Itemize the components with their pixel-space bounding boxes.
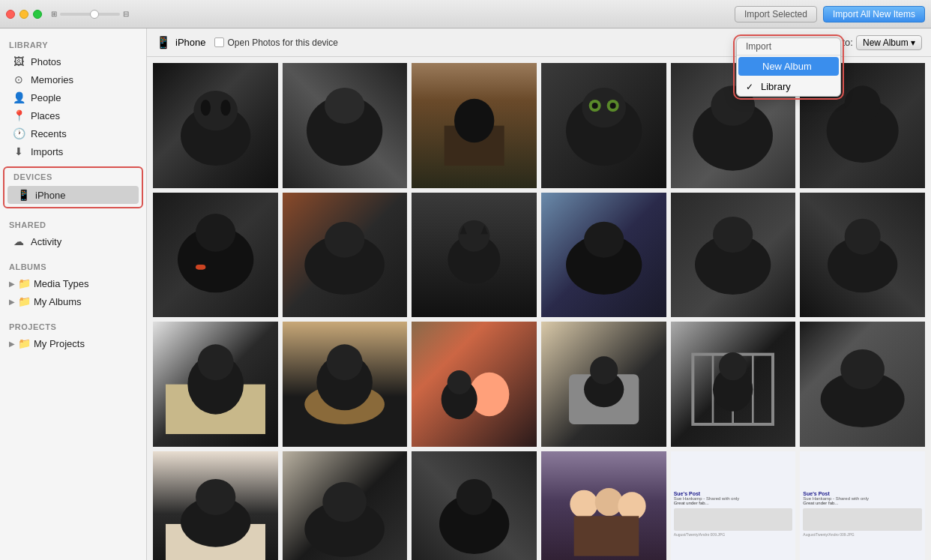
- svg-point-28: [584, 222, 624, 258]
- sidebar-item-imports[interactable]: ⬇ Imports: [3, 142, 143, 160]
- open-photos-checkbox[interactable]: [214, 37, 224, 47]
- close-button[interactable]: [6, 10, 15, 19]
- photo-cell[interactable]: [153, 193, 278, 318]
- memories-icon: ⊙: [12, 73, 25, 85]
- sidebar-item-imports-label: Imports: [31, 146, 63, 157]
- photo-cell[interactable]: [412, 322, 537, 447]
- shared-section-label: Shared: [0, 214, 146, 232]
- maximize-button[interactable]: [33, 10, 42, 19]
- svg-point-38: [327, 344, 363, 380]
- photo-cell[interactable]: [671, 322, 796, 447]
- photo-cell[interactable]: [541, 451, 666, 560]
- svg-point-60: [570, 490, 597, 517]
- dropdown-item-new-album[interactable]: New Album: [738, 57, 839, 76]
- photo-cell[interactable]: [412, 63, 537, 188]
- svg-point-9: [582, 88, 626, 127]
- photo-cell[interactable]: [800, 193, 925, 318]
- svg-point-57: [323, 482, 367, 522]
- photo-cell[interactable]: [800, 322, 925, 447]
- photo-cell[interactable]: [283, 63, 408, 188]
- open-photos-label: Open Photos for this device: [227, 37, 337, 48]
- svg-point-52: [840, 349, 885, 389]
- media-types-folder-icon: 📁: [18, 277, 31, 289]
- small-grid-icon: ⊞: [51, 10, 57, 18]
- sidebar-item-media-types-label: Media Types: [34, 278, 88, 289]
- svg-point-7: [454, 98, 494, 142]
- minimize-button[interactable]: [19, 10, 28, 19]
- main-layout: Library 🖼 Photos ⊙ Memories 👤 People 📍 P…: [0, 28, 931, 560]
- device-label: 📱 iPhone: [156, 35, 205, 49]
- svg-point-13: [609, 103, 615, 109]
- svg-point-55: [196, 479, 235, 515]
- device-icon: 📱: [156, 35, 171, 49]
- my-albums-arrow: ▶: [9, 298, 15, 306]
- titlebar-right: Import Selected Import All New Items: [735, 6, 925, 22]
- size-slider-group: ⊞ ⊟: [51, 10, 129, 18]
- photo-cell[interactable]: [283, 451, 408, 560]
- activity-icon: ☁: [12, 235, 25, 247]
- content-toolbar: 📱 iPhone Open Photos for this device Imp…: [147, 28, 931, 57]
- open-photos-checkbox-group[interactable]: Open Photos for this device: [214, 37, 337, 48]
- sidebar-item-media-types[interactable]: ▶ 📁 Media Types: [3, 274, 143, 292]
- sidebar-item-iphone[interactable]: 📱 iPhone: [7, 186, 139, 204]
- sidebar-item-my-albums[interactable]: ▶ 📁 My Albums: [3, 292, 143, 310]
- svg-point-24: [459, 220, 490, 251]
- photo-cell[interactable]: [283, 322, 408, 447]
- svg-point-44: [590, 356, 618, 384]
- iphone-icon: 📱: [16, 189, 30, 201]
- sidebar-item-places[interactable]: 📍 Places: [3, 106, 143, 124]
- import-all-button[interactable]: Import All New Items: [823, 6, 925, 22]
- photo-cell[interactable]: [153, 322, 278, 447]
- sidebar-item-memories-label: Memories: [31, 74, 73, 85]
- photo-cell[interactable]: [153, 63, 278, 188]
- photo-cell[interactable]: [541, 63, 666, 188]
- my-projects-folder-icon: 📁: [18, 337, 31, 349]
- photo-cell[interactable]: [671, 193, 796, 318]
- svg-point-1: [193, 91, 238, 130]
- my-albums-folder-icon: 📁: [18, 295, 31, 307]
- svg-point-22: [325, 222, 364, 258]
- photo-cell[interactable]: [541, 322, 666, 447]
- svg-point-35: [197, 344, 233, 380]
- albums-section-label: Albums: [0, 256, 146, 274]
- projects-section-label: Projects: [0, 316, 146, 334]
- sidebar-item-activity[interactable]: ☁ Activity: [3, 232, 143, 250]
- import-selected-button[interactable]: Import Selected: [735, 6, 817, 22]
- svg-point-12: [591, 103, 597, 109]
- people-icon: 👤: [12, 91, 25, 103]
- sidebar-item-people[interactable]: 👤 People: [3, 88, 143, 106]
- places-icon: 📍: [12, 109, 25, 121]
- dropdown-item-library[interactable]: ✓ Library: [737, 77, 840, 96]
- svg-rect-63: [573, 516, 639, 556]
- library-label: Library: [761, 81, 791, 92]
- library-check: ✓: [746, 82, 756, 92]
- titlebar: ⊞ ⊟ Import Selected Import All New Items: [0, 0, 931, 28]
- svg-rect-20: [196, 265, 205, 270]
- photo-cell[interactable]: Sue's Post Sue Hankamp - Shared with onl…: [671, 451, 796, 560]
- import-to-dropdown-button[interactable]: New Album ▾: [856, 35, 922, 50]
- svg-point-5: [325, 88, 364, 124]
- new-album-label: New Album: [762, 61, 812, 72]
- large-grid-icon: ⊟: [123, 10, 129, 18]
- photo-cell[interactable]: [153, 451, 278, 560]
- sidebar-item-memories[interactable]: ⊙ Memories: [3, 70, 143, 88]
- grid-size-slider[interactable]: [60, 13, 120, 16]
- sidebar-item-my-projects[interactable]: ▶ 📁 My Projects: [3, 334, 143, 352]
- photo-cell[interactable]: [412, 451, 537, 560]
- svg-point-41: [448, 370, 471, 394]
- sidebar-item-recents[interactable]: 🕐 Recents: [3, 124, 143, 142]
- sidebar-item-iphone-label: iPhone: [35, 190, 65, 201]
- svg-point-50: [719, 352, 747, 380]
- sidebar-item-photos[interactable]: 🖼 Photos: [3, 52, 143, 70]
- svg-point-59: [457, 479, 492, 515]
- sidebar-item-people-label: People: [31, 92, 61, 103]
- svg-point-32: [845, 219, 881, 255]
- photo-cell[interactable]: [283, 193, 408, 318]
- photo-cell[interactable]: [412, 193, 537, 318]
- photo-cell[interactable]: Sue's Post Sue Hankamp - Shared with onl…: [800, 451, 925, 560]
- photo-cell[interactable]: [541, 193, 666, 318]
- photos-icon: 🖼: [12, 55, 25, 67]
- my-projects-arrow: ▶: [9, 340, 15, 348]
- sidebar-item-my-albums-label: My Albums: [34, 296, 82, 307]
- dropdown-header: Import: [737, 38, 840, 55]
